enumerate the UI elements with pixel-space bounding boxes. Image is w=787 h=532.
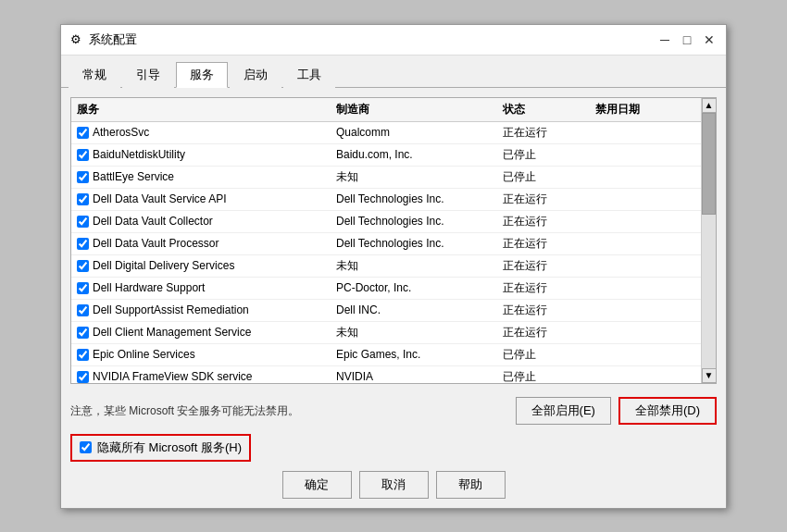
service-name: Dell SupportAssist Remediation <box>93 303 249 316</box>
tab-boot[interactable]: 引导 <box>122 62 174 88</box>
service-manufacturer: Qualcomm <box>336 126 503 139</box>
col-service: 服务 <box>77 102 336 118</box>
service-name-cell: Dell Hardware Support <box>77 281 336 294</box>
table-body: AtherosSvc Qualcomm 正在运行 BaiduNetdiskUti… <box>71 122 701 383</box>
scrollbar[interactable]: ▲ ▼ <box>701 98 716 383</box>
service-checkbox[interactable] <box>77 216 89 228</box>
scroll-track[interactable] <box>702 113 716 368</box>
service-checkbox[interactable] <box>77 149 89 161</box>
service-checkbox[interactable] <box>77 238 89 250</box>
scroll-up-button[interactable]: ▲ <box>702 98 717 113</box>
table-row[interactable]: Dell SupportAssist Remediation Dell INC.… <box>71 300 701 322</box>
hide-ms-section: 隐藏所有 Microsoft 服务(H) <box>70 434 717 462</box>
service-name: Dell Client Management Service <box>93 326 251 339</box>
service-status: 正在运行 <box>503 258 595 274</box>
service-status: 正在运行 <box>503 280 595 296</box>
window-title: 系统配置 <box>89 31 137 48</box>
service-checkbox[interactable] <box>77 327 89 339</box>
table-row[interactable]: Dell Data Vault Processor Dell Technolog… <box>71 233 701 255</box>
service-manufacturer: 未知 <box>336 169 503 185</box>
table-row[interactable]: AtherosSvc Qualcomm 正在运行 <box>71 122 701 144</box>
service-status: 已停止 <box>503 147 595 163</box>
service-status: 正在运行 <box>503 192 595 207</box>
window-icon: ⚙ <box>69 32 83 47</box>
service-name-cell: Dell Data Vault Processor <box>77 237 336 250</box>
scroll-down-button[interactable]: ▼ <box>702 368 717 383</box>
service-name-cell: Dell Client Management Service <box>77 326 336 339</box>
enable-all-button[interactable]: 全部启用(E) <box>516 397 611 425</box>
system-config-window: ⚙ 系统配置 ─ □ ✕ 常规 引导 服务 启动 工具 服务 制造商 状态 禁用… <box>60 24 727 509</box>
service-manufacturer: Dell INC. <box>336 303 503 316</box>
service-checkbox[interactable] <box>77 193 89 205</box>
title-controls: ─ □ ✕ <box>656 31 718 49</box>
tab-tools[interactable]: 工具 <box>283 62 335 88</box>
service-status: 已停止 <box>503 369 595 383</box>
tab-content: 服务 制造商 状态 禁用日期 AtherosSvc Qualcomm 正在运行 … <box>61 88 726 508</box>
table-row[interactable]: Dell Data Vault Collector Dell Technolog… <box>71 211 701 233</box>
col-status: 状态 <box>503 102 595 118</box>
minimize-button[interactable]: ─ <box>656 31 674 49</box>
table-row[interactable]: Dell Client Management Service 未知 正在运行 <box>71 322 701 344</box>
service-name-cell: NVIDIA FrameView SDK service <box>77 370 336 383</box>
title-bar: ⚙ 系统配置 ─ □ ✕ <box>61 25 726 56</box>
maximize-button[interactable]: □ <box>678 31 696 49</box>
table-row[interactable]: Dell Data Vault Service API Dell Technol… <box>71 189 701 211</box>
scroll-thumb[interactable] <box>702 113 716 215</box>
service-manufacturer: Epic Games, Inc. <box>336 348 503 361</box>
table-row[interactable]: NVIDIA FrameView SDK service NVIDIA 已停止 <box>71 366 701 383</box>
service-name: Dell Data Vault Processor <box>93 237 219 250</box>
service-manufacturer: Baidu.com, Inc. <box>336 148 503 161</box>
service-name: Dell Hardware Support <box>93 281 205 294</box>
disable-all-button[interactable]: 全部禁用(D) <box>618 397 717 425</box>
table-row[interactable]: Dell Hardware Support PC-Doctor, Inc. 正在… <box>71 278 701 300</box>
service-checkbox[interactable] <box>77 371 89 383</box>
service-status: 正在运行 <box>503 125 595 141</box>
service-name-cell: Dell Data Vault Service API <box>77 192 336 205</box>
service-name: Dell Data Vault Collector <box>93 215 213 228</box>
close-button[interactable]: ✕ <box>700 31 718 49</box>
service-checkbox[interactable] <box>77 304 89 316</box>
service-name: AtherosSvc <box>93 126 149 139</box>
service-manufacturer: 未知 <box>336 325 503 340</box>
service-name: Epic Online Services <box>93 348 195 361</box>
table-row[interactable]: Epic Online Services Epic Games, Inc. 已停… <box>71 344 701 366</box>
service-checkbox[interactable] <box>77 260 89 272</box>
table-row[interactable]: BattlEye Service 未知 已停止 <box>71 167 701 189</box>
service-name: BaiduNetdiskUtility <box>93 148 185 161</box>
help-button[interactable]: 帮助 <box>436 471 506 499</box>
col-disabled-date: 禁用日期 <box>595 102 695 118</box>
service-manufacturer: Dell Technologies Inc. <box>336 237 503 250</box>
service-name-cell: Dell SupportAssist Remediation <box>77 303 336 316</box>
table-row[interactable]: BaiduNetdiskUtility Baidu.com, Inc. 已停止 <box>71 144 701 167</box>
table-row[interactable]: Dell Digital Delivery Services 未知 正在运行 <box>71 255 701 278</box>
tab-startup[interactable]: 启动 <box>230 62 281 88</box>
table-header: 服务 制造商 状态 禁用日期 <box>71 98 701 122</box>
service-name-cell: Dell Digital Delivery Services <box>77 259 336 272</box>
service-status: 正在运行 <box>503 325 595 340</box>
service-status: 已停止 <box>503 169 595 185</box>
hide-ms-checkbox[interactable] <box>80 441 92 453</box>
hide-ms-label[interactable]: 隐藏所有 Microsoft 服务(H) <box>97 439 242 456</box>
service-checkbox[interactable] <box>77 282 89 294</box>
service-manufacturer: Dell Technologies Inc. <box>336 215 503 228</box>
footer-buttons: 确定 取消 帮助 <box>70 471 717 499</box>
service-manufacturer: NVIDIA <box>336 370 503 383</box>
service-checkbox[interactable] <box>77 349 89 361</box>
tab-bar: 常规 引导 服务 启动 工具 <box>61 56 726 88</box>
services-table: 服务 制造商 状态 禁用日期 AtherosSvc Qualcomm 正在运行 … <box>70 97 717 384</box>
service-status: 正在运行 <box>503 236 595 252</box>
service-manufacturer: Dell Technologies Inc. <box>336 192 503 205</box>
service-status: 已停止 <box>503 347 595 363</box>
service-status: 正在运行 <box>503 303 595 318</box>
service-name: Dell Data Vault Service API <box>93 192 227 205</box>
tab-general[interactable]: 常规 <box>69 62 120 88</box>
service-checkbox[interactable] <box>77 171 89 183</box>
ok-button[interactable]: 确定 <box>282 471 352 499</box>
service-name-cell: BattlEye Service <box>77 170 336 183</box>
cancel-button[interactable]: 取消 <box>359 471 429 499</box>
tab-services[interactable]: 服务 <box>176 62 228 88</box>
service-name: Dell Digital Delivery Services <box>93 259 234 272</box>
service-manufacturer: PC-Doctor, Inc. <box>336 281 503 294</box>
service-status: 正在运行 <box>503 214 595 229</box>
service-checkbox[interactable] <box>77 127 89 139</box>
